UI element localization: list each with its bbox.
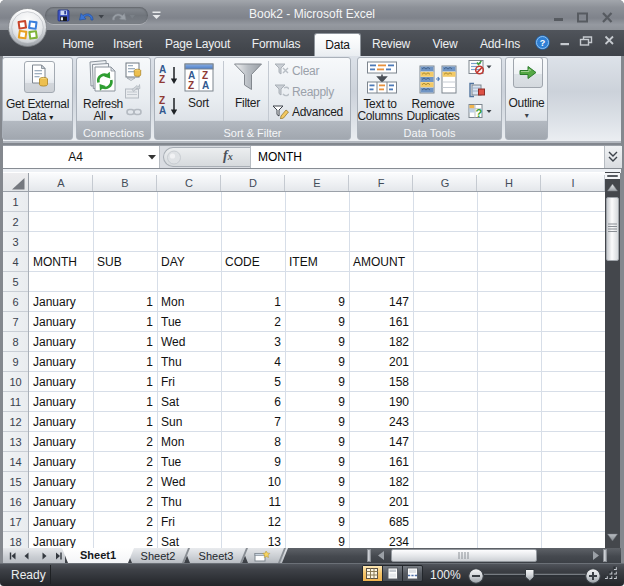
svg-text:A: A: [159, 64, 166, 75]
svg-text:?: ?: [476, 107, 483, 119]
svg-text:A: A: [202, 80, 209, 91]
svg-text:?: ?: [540, 38, 546, 48]
svg-text:A: A: [159, 105, 166, 116]
svg-text:Z: Z: [159, 74, 165, 85]
svg-text:Z: Z: [159, 95, 165, 106]
svg-text:Z: Z: [188, 80, 194, 91]
